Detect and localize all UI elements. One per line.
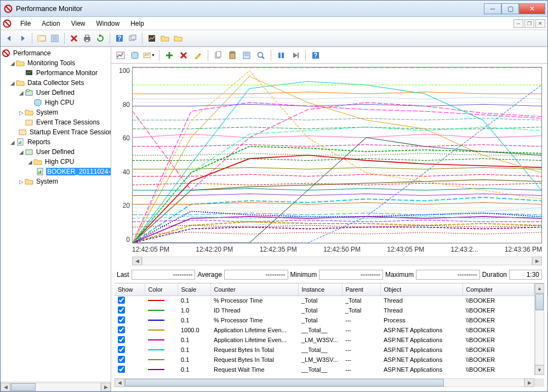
scroll-left-icon[interactable]: ◀ — [115, 378, 124, 387]
table-row[interactable]: 0.1% Processor Time_Total_TotalThread\\B… — [115, 296, 534, 305]
collapse-icon[interactable]: ◢ — [9, 139, 16, 145]
tree-user-defined[interactable]: ◢ User Defined — [2, 88, 111, 98]
scroll-down-icon[interactable]: ▼ — [535, 365, 544, 375]
refresh-button[interactable] — [95, 33, 106, 44]
help-button[interactable]: ? — [114, 33, 125, 44]
close-button[interactable]: ✕ — [519, 3, 545, 14]
scroll-right-icon[interactable]: ▶ — [532, 257, 542, 265]
scroll-track[interactable] — [535, 293, 544, 365]
view-log-data-button[interactable] — [146, 33, 157, 44]
expand-icon[interactable]: ▷ — [18, 110, 25, 116]
show-checkbox[interactable] — [118, 297, 125, 304]
col-show[interactable]: Show — [115, 283, 145, 296]
delete-counter-button[interactable] — [178, 49, 190, 61]
menu-window[interactable]: Window — [91, 19, 125, 29]
menu-view[interactable]: View — [66, 19, 91, 29]
collapse-icon[interactable]: ◢ — [9, 80, 16, 86]
scroll-right-icon[interactable]: ▶ — [524, 378, 534, 387]
folder-button-2[interactable] — [173, 33, 184, 44]
tree-data-collector-sets[interactable]: ◢ Data Collector Sets — [2, 78, 111, 88]
show-checkbox[interactable] — [118, 356, 125, 363]
highlight-button[interactable] — [192, 49, 204, 61]
mdi-minimize-button[interactable]: ─ — [513, 19, 523, 28]
show-checkbox[interactable] — [118, 326, 125, 333]
change-graph-type-button[interactable]: ▼ — [143, 49, 155, 61]
scroll-left-icon[interactable]: ◀ — [132, 257, 142, 265]
view-log-data-button[interactable] — [129, 49, 141, 61]
zoom-button[interactable] — [255, 49, 267, 61]
chart-hscrollbar[interactable]: ◀ ▶ — [132, 257, 542, 266]
tree-reports[interactable]: ◢ Reports — [2, 137, 111, 147]
col-color[interactable]: Color — [145, 283, 178, 296]
scroll-thumb[interactable] — [535, 294, 544, 310]
tree-startup-event-trace-sessions[interactable]: Startup Event Trace Sessions — [2, 127, 111, 137]
table-row[interactable]: 0.1% Processor Time_Total---Process\\BOO… — [115, 315, 534, 325]
back-button[interactable] — [4, 33, 15, 44]
table-row[interactable]: 1000.0Application Lifetime Even...__Tota… — [115, 325, 534, 335]
mdi-close-button[interactable]: ✕ — [535, 19, 545, 28]
counter-vscrollbar[interactable]: ▲ ▼ — [534, 283, 544, 375]
counter-table[interactable]: Show Color Scale Counter Instance Parent… — [115, 283, 534, 375]
update-data-button[interactable] — [289, 49, 301, 61]
col-counter[interactable]: Counter — [210, 283, 298, 296]
table-row[interactable]: 0.1Application Lifetime Even..._LM_W3SV.… — [115, 335, 534, 345]
scroll-thumb[interactable] — [11, 383, 36, 391]
tree-reports-high-cpu[interactable]: ◢ High CPU — [2, 157, 111, 167]
copy-button[interactable] — [212, 49, 224, 61]
folder-button[interactable] — [159, 33, 170, 44]
mdi-restore-button[interactable]: ❐ — [524, 19, 534, 28]
table-row[interactable]: 0.1Request Bytes In Total_LM_W3SV...---A… — [115, 355, 534, 365]
table-row[interactable]: 0.1Request Wait Time__Total__---ASP.NET … — [115, 365, 534, 374]
scroll-thumb[interactable] — [125, 379, 444, 387]
forward-button[interactable] — [17, 33, 28, 44]
menu-file[interactable]: File — [15, 19, 36, 29]
show-checkbox[interactable] — [118, 366, 125, 373]
expand-icon[interactable]: ▷ — [18, 179, 25, 185]
col-object[interactable]: Object — [380, 283, 463, 296]
scroll-right-icon[interactable]: ▶ — [101, 383, 111, 391]
scroll-up-icon[interactable]: ▲ — [535, 283, 544, 293]
tree-reports-system[interactable]: ▷ System — [2, 177, 111, 186]
tree-high-cpu[interactable]: High CPU — [2, 98, 111, 107]
sidebar-hscrollbar[interactable]: ◀ ▶ — [1, 382, 111, 391]
new-window-button[interactable] — [127, 33, 138, 44]
add-counter-button[interactable] — [163, 49, 175, 61]
collapse-icon[interactable]: ◢ — [18, 90, 25, 96]
col-scale[interactable]: Scale — [178, 283, 210, 296]
print-button[interactable] — [82, 33, 93, 44]
col-instance[interactable]: Instance — [298, 283, 342, 296]
tree-root-performance[interactable]: Performance — [2, 48, 111, 58]
minimize-button[interactable]: ─ — [484, 3, 501, 14]
menu-help[interactable]: Help — [125, 19, 150, 29]
delete-button[interactable] — [68, 33, 79, 44]
freeze-display-button[interactable] — [275, 49, 287, 61]
scroll-track[interactable] — [10, 383, 101, 391]
show-checkbox[interactable] — [118, 316, 125, 323]
show-hide-console-tree-button[interactable] — [36, 33, 47, 44]
properties-button[interactable] — [241, 49, 253, 61]
collapse-icon[interactable]: ◢ — [9, 60, 16, 66]
table-row[interactable]: 0.1Request Bytes In Total__Total__---ASP… — [115, 345, 534, 355]
tree-monitoring-tools[interactable]: ◢ Monitoring Tools — [2, 58, 111, 68]
chart-plot[interactable] — [132, 67, 542, 243]
show-checkbox[interactable] — [118, 346, 125, 353]
collapse-icon[interactable]: ◢ — [27, 159, 33, 165]
counter-hscrollbar[interactable]: ◀ ▶ — [115, 378, 544, 388]
help-button[interactable]: ? — [310, 49, 322, 61]
show-checkbox[interactable] — [118, 336, 125, 343]
tree-report-item[interactable]: BOOKER_20111024-000001 — [2, 167, 111, 177]
tree-event-trace-sessions[interactable]: Event Trace Sessions — [2, 117, 111, 127]
view-current-activity-button[interactable] — [115, 49, 127, 61]
tree-performance-monitor[interactable]: Performance Monitor — [2, 68, 111, 78]
tree-reports-user-defined[interactable]: ◢ User Defined — [2, 147, 111, 157]
col-computer[interactable]: Computer — [463, 283, 534, 296]
collapse-icon[interactable]: ◢ — [18, 149, 25, 155]
scroll-track[interactable] — [142, 257, 532, 265]
col-parent[interactable]: Parent — [342, 283, 380, 296]
scroll-track[interactable] — [124, 378, 524, 387]
menu-action[interactable]: Action — [36, 19, 65, 29]
scroll-left-icon[interactable]: ◀ — [1, 383, 10, 391]
maximize-button[interactable]: ▢ — [501, 3, 519, 14]
table-row[interactable]: 1.0ID Thread_Total_TotalThread\\BOOKER — [115, 305, 534, 315]
show-checkbox[interactable] — [118, 306, 125, 314]
